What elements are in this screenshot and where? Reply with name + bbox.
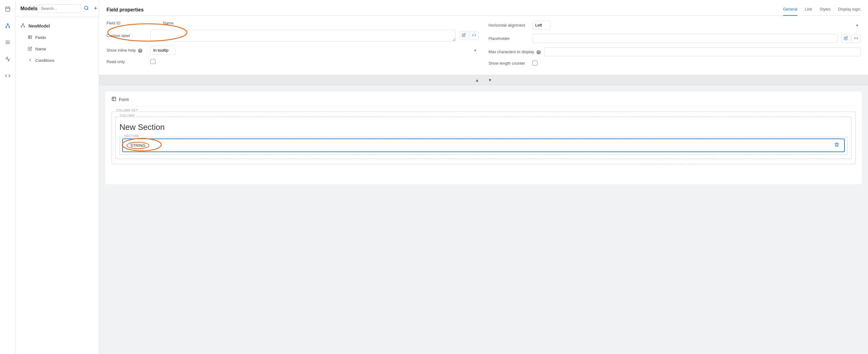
newmodel-label: NewModel: [29, 24, 50, 29]
sidebar-item-newmodel[interactable]: NewModel: [16, 20, 99, 32]
form-header: Form: [112, 97, 856, 106]
sidebar-nav: NewModel Fields Name Conditions: [16, 17, 99, 69]
custom-label-input-wrapper: [150, 30, 456, 41]
read-only-row: Read-only: [106, 59, 478, 64]
string-field-label: STRING: [127, 142, 149, 149]
icon-bar-menu[interactable]: [2, 37, 13, 47]
icon-bar-code[interactable]: [2, 70, 13, 81]
fp-tabs: General Link Styles Display logic: [783, 4, 861, 15]
column-set: COLUMN SET COLUMN New Section SECTION: [112, 111, 856, 164]
main-content: Field properties General Link Styles Dis…: [99, 0, 868, 354]
max-chars-help-icon[interactable]: ?: [536, 50, 541, 55]
conditions-icon: [28, 58, 32, 63]
svg-point-12: [85, 6, 88, 9]
inline-help-icon[interactable]: ?: [138, 48, 143, 53]
form-container: Form COLUMN SET COLUMN New Section SECTI…: [105, 92, 862, 184]
custom-label-row: Custom label: [106, 30, 478, 41]
svg-point-6: [9, 27, 9, 28]
tab-general[interactable]: General: [783, 4, 798, 16]
field-id-label: Field ID: [106, 21, 147, 25]
placeholder-label: Placeholder: [489, 36, 529, 41]
left-fields: Field ID Name Custom label: [106, 21, 478, 70]
column-block: COLUMN New Section SECTION STRING: [116, 116, 851, 159]
placeholder-row: Placeholder: [489, 34, 861, 43]
add-model-button[interactable]: +: [92, 5, 99, 12]
name-field-label: Name: [163, 21, 203, 25]
show-length-counter-checkbox[interactable]: [532, 61, 537, 66]
collapse-down-button[interactable]: ▼: [486, 77, 494, 83]
name-icon: [28, 46, 32, 51]
horizontal-alignment-label: Horizontal alignment: [489, 23, 529, 28]
placeholder-actions: [841, 34, 861, 43]
max-characters-row: Max characters to display ?: [489, 47, 861, 56]
show-inline-help-label: Show inline help ?: [106, 48, 147, 53]
string-field-row[interactable]: STRING: [122, 139, 845, 152]
placeholder-input[interactable]: [532, 34, 838, 43]
icon-bar-network[interactable]: [2, 21, 13, 31]
form-builder: Form COLUMN SET COLUMN New Section SECTI…: [99, 85, 868, 354]
newmodel-icon: [21, 23, 25, 29]
section-block-label: SECTION: [123, 135, 140, 138]
svg-line-7: [6, 25, 7, 27]
collapse-up-button[interactable]: ▲: [473, 77, 481, 83]
name-label: Name: [35, 47, 46, 51]
tab-link[interactable]: Link: [805, 4, 812, 16]
search-button[interactable]: [83, 4, 90, 13]
sidebar: Models + NewModel Fields: [16, 0, 99, 354]
show-length-counter-label: Show length counter: [489, 61, 529, 66]
svg-rect-0: [6, 7, 10, 11]
icon-bar-analytics[interactable]: [2, 54, 13, 64]
custom-label-actions: [459, 31, 478, 40]
max-characters-input[interactable]: [545, 47, 861, 56]
svg-rect-24: [112, 97, 116, 101]
show-length-counter-row: Show length counter: [489, 61, 861, 66]
horizontal-alignment-row: Horizontal alignment Left Center Right: [489, 21, 861, 30]
section-block: SECTION STRING: [120, 137, 847, 155]
read-only-label: Read-only: [106, 59, 147, 64]
placeholder-edit-btn[interactable]: [841, 34, 850, 43]
icon-bar: [0, 0, 16, 354]
string-label-wrapper: STRING: [127, 142, 149, 149]
fields-icon: [28, 35, 32, 40]
read-only-checkbox[interactable]: [150, 59, 155, 64]
new-section-title: New Section: [120, 122, 847, 132]
svg-line-8: [8, 25, 9, 27]
svg-line-18: [23, 25, 25, 27]
tab-styles[interactable]: Styles: [820, 4, 831, 16]
collapse-bar[interactable]: ▲ ▼: [99, 75, 868, 85]
field-id-name-row: Field ID Name: [106, 21, 478, 25]
column-label: COLUMN: [119, 114, 135, 117]
svg-point-5: [6, 27, 6, 28]
sidebar-item-fields[interactable]: Fields: [16, 32, 99, 43]
fp-header: Field properties General Link Styles Dis…: [106, 0, 861, 16]
inline-help-select[interactable]: In tooltip Below field None: [150, 46, 176, 55]
horizontal-alignment-select[interactable]: Left Center Right: [532, 21, 550, 30]
field-grid: Field ID Name Custom label: [106, 21, 861, 70]
string-field-delete-button[interactable]: [833, 142, 840, 149]
svg-point-15: [21, 26, 22, 27]
sidebar-header: Models +: [16, 0, 99, 17]
inline-help-select-wrapper: In tooltip Below field None: [150, 46, 478, 55]
custom-label-code-btn[interactable]: [470, 31, 478, 40]
conditions-label: Conditions: [35, 58, 54, 63]
show-inline-help-row: Show inline help ? In tooltip Below fiel…: [106, 46, 478, 55]
form-icon: [112, 97, 116, 102]
svg-line-13: [87, 9, 88, 10]
sidebar-search-area: +: [37, 4, 99, 13]
svg-line-17: [21, 25, 23, 27]
search-input[interactable]: [37, 4, 81, 13]
custom-label-edit-btn[interactable]: [459, 31, 468, 40]
sidebar-item-conditions[interactable]: Conditions: [16, 55, 99, 66]
tab-display-logic[interactable]: Display logic: [838, 4, 861, 16]
custom-label-label: Custom label: [106, 33, 147, 38]
column-set-label: COLUMN SET: [115, 109, 139, 112]
right-fields: Horizontal alignment Left Center Right P…: [489, 21, 861, 70]
svg-rect-19: [29, 36, 32, 39]
sidebar-title: Models: [21, 6, 37, 11]
svg-point-4: [7, 24, 8, 25]
placeholder-code-btn[interactable]: [851, 34, 861, 43]
sidebar-item-name[interactable]: Name: [16, 43, 99, 55]
custom-label-input[interactable]: [150, 30, 456, 41]
icon-bar-calendar[interactable]: [2, 4, 13, 14]
max-characters-label: Max characters to display ?: [489, 49, 541, 55]
